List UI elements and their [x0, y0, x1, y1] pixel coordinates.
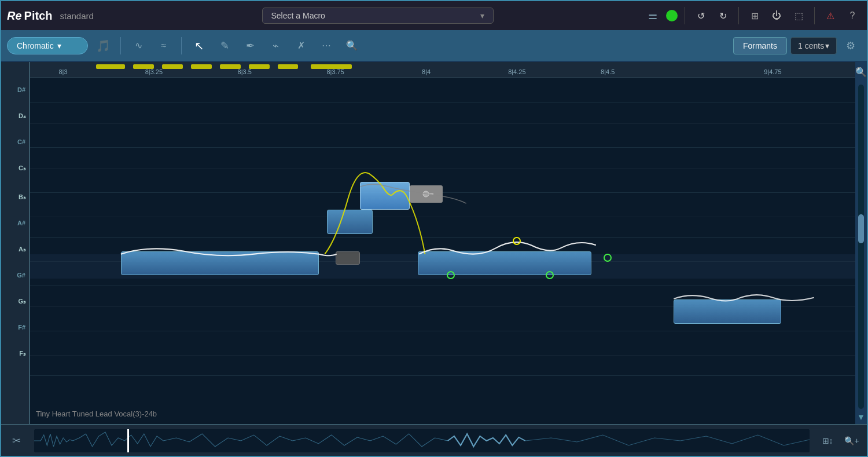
- scale-lock-button[interactable]: 🎵: [93, 35, 113, 56]
- pencil-tool[interactable]: ✎: [214, 35, 235, 56]
- formants-label: Formants: [743, 41, 777, 50]
- logo-re: Re: [7, 9, 22, 23]
- alert-button[interactable]: ⚠: [822, 7, 839, 24]
- piano-key-f3: F₃: [1, 339, 29, 368]
- zoom-reset-icon[interactable]: 🔍: [855, 67, 867, 78]
- pen-tool[interactable]: ✒: [240, 35, 260, 56]
- waveform-svg: [34, 429, 810, 452]
- app-container: RePitch standard Select a Macro ▾ ⚌ ↺ ↻ …: [0, 0, 868, 457]
- playhead: [127, 429, 129, 452]
- piano-key-a3: A₃: [1, 235, 29, 264]
- filter-button[interactable]: ⚌: [644, 7, 661, 24]
- waveform-display[interactable]: [34, 429, 810, 452]
- main-content: D# D₄ C# C₃ B₃ A# A₃ G# G₃ F# F₃: [1, 62, 867, 424]
- waveform-tool[interactable]: ∿: [128, 35, 149, 56]
- search-tool[interactable]: 🔍: [341, 35, 362, 56]
- bottom-right-controls: ⊞↕ 🔍+: [817, 430, 862, 451]
- toolbar-sep-1: [120, 37, 121, 54]
- undo-button[interactable]: ↺: [692, 7, 709, 24]
- piano-key-gsharp: G#: [1, 264, 29, 287]
- piano-keys: D# D₄ C# C₃ B₃ A# A₃ G# G₃ F# F₃: [1, 62, 30, 424]
- editor-area: 8|3 8|3.25 8|3.5 8|3.75 8|4 8|4.25 8|4.5…: [30, 62, 855, 424]
- piano-roll[interactable]: Tiny Heart Tuned Lead Vocal(3)-24b: [30, 78, 855, 424]
- timeline-seg-4: [191, 64, 212, 69]
- control-point-4[interactable]: [604, 254, 612, 262]
- redo-button[interactable]: ↻: [714, 7, 731, 24]
- marker-8-325: 8|3.25: [145, 68, 163, 75]
- marker-8-375: 8|3.75: [326, 68, 344, 75]
- bottom-bar: ✂ ⊞↕ 🔍+: [1, 424, 867, 456]
- marker-8-425: 8|4.25: [508, 68, 525, 75]
- select-tool[interactable]: ↖: [189, 35, 209, 56]
- piano-key-dsharp: D#: [1, 78, 29, 101]
- marker-9-475: 9|4.75: [764, 68, 781, 75]
- timeline-seg-3: [162, 64, 183, 69]
- toolbar: Chromatic ▾ 🎵 ∿ ≈ ↖ ✎ ✒ ⌁ ✗ ⋯ 🔍 Formants…: [1, 30, 867, 62]
- erase-tool[interactable]: ✗: [290, 35, 311, 56]
- pitch-curves-canvas: [30, 78, 855, 424]
- grid-button[interactable]: ⊞: [746, 7, 763, 24]
- timeline-seg-1: [96, 64, 125, 69]
- chromatic-label: Chromatic: [17, 41, 54, 50]
- vibrato-edit-tool[interactable]: ⋯: [316, 35, 337, 56]
- logo-standard: standard: [60, 11, 94, 21]
- formants-button[interactable]: Formants: [733, 37, 787, 54]
- macro-label: Select a Macro: [271, 11, 325, 20]
- timeline: 8|3 8|3.25 8|3.5 8|3.75 8|4 8|4.25 8|4.5…: [30, 62, 855, 78]
- svg-rect-2: [34, 429, 810, 452]
- macro-arrow: ▾: [480, 11, 484, 20]
- settings-button[interactable]: ⚙: [840, 35, 861, 56]
- lock-button[interactable]: ⬚: [790, 7, 807, 24]
- scissors-button[interactable]: ✂: [6, 430, 27, 451]
- vibrato-tool[interactable]: ≈: [153, 35, 174, 56]
- logo-pitch: Pitch: [24, 9, 53, 23]
- scroll-down-icon[interactable]: ▼: [857, 412, 865, 422]
- macro-select-container: Select a Macro ▾: [117, 8, 638, 24]
- piano-key-csharp: C#: [1, 130, 29, 153]
- cents-arrow: ▾: [825, 41, 829, 50]
- cents-value: 1 cents: [798, 41, 824, 50]
- marker-8-35: 8|3.5: [238, 68, 252, 75]
- separator-3: [814, 7, 815, 24]
- vertical-scroll-thumb[interactable]: [858, 214, 864, 243]
- curve-tool[interactable]: ⌁: [265, 35, 286, 56]
- status-indicator: [666, 10, 678, 21]
- piano-key-g3: G₃: [1, 287, 29, 316]
- logo: RePitch standard: [7, 9, 111, 23]
- waveform-zoom-icon[interactable]: ⊞↕: [817, 430, 838, 451]
- right-scrollbar: 🔍 ▼: [855, 62, 867, 424]
- piano-key-fsharp: F#: [1, 316, 29, 339]
- zoom-in-button[interactable]: 🔍+: [841, 430, 862, 451]
- marker-8-3: 8|3: [58, 68, 67, 75]
- piano-key-b3: B₃: [1, 182, 29, 211]
- right-toolbar: Formants 1 cents ▾ ⚙: [733, 35, 861, 56]
- separator-2: [738, 7, 739, 24]
- marker-8-45: 8|4.5: [601, 68, 615, 75]
- help-button[interactable]: ?: [844, 7, 861, 24]
- separator-1: [685, 7, 685, 24]
- macro-select[interactable]: Select a Macro ▾: [262, 8, 494, 24]
- top-right-controls: ⚌ ↺ ↻ ⊞ ⏻ ⬚ ⚠ ?: [644, 7, 861, 24]
- control-point-3[interactable]: [546, 271, 554, 279]
- scroll-spacer: [861, 79, 862, 81]
- timeline-seg-7: [278, 64, 299, 69]
- cents-display[interactable]: 1 cents ▾: [790, 37, 837, 54]
- marker-8-4: 8|4: [422, 68, 431, 75]
- piano-key-c3: C₃: [1, 153, 29, 182]
- power-button[interactable]: ⏻: [768, 7, 785, 24]
- top-bar: RePitch standard Select a Macro ▾ ⚌ ↺ ↻ …: [1, 1, 867, 30]
- piano-key-asharp: A#: [1, 211, 29, 235]
- filename-label: Tiny Heart Tuned Lead Vocal(3)-24b: [36, 410, 157, 418]
- chromatic-arrow: ▾: [57, 41, 61, 50]
- control-point-2[interactable]: [513, 237, 521, 245]
- control-point-1[interactable]: [447, 271, 455, 279]
- vertical-scroll-track[interactable]: [858, 85, 864, 409]
- piano-key-d4: D₄: [1, 101, 29, 130]
- chromatic-dropdown[interactable]: Chromatic ▾: [7, 37, 88, 54]
- timeline-seg-6: [249, 64, 270, 69]
- toolbar-sep-2: [181, 37, 182, 54]
